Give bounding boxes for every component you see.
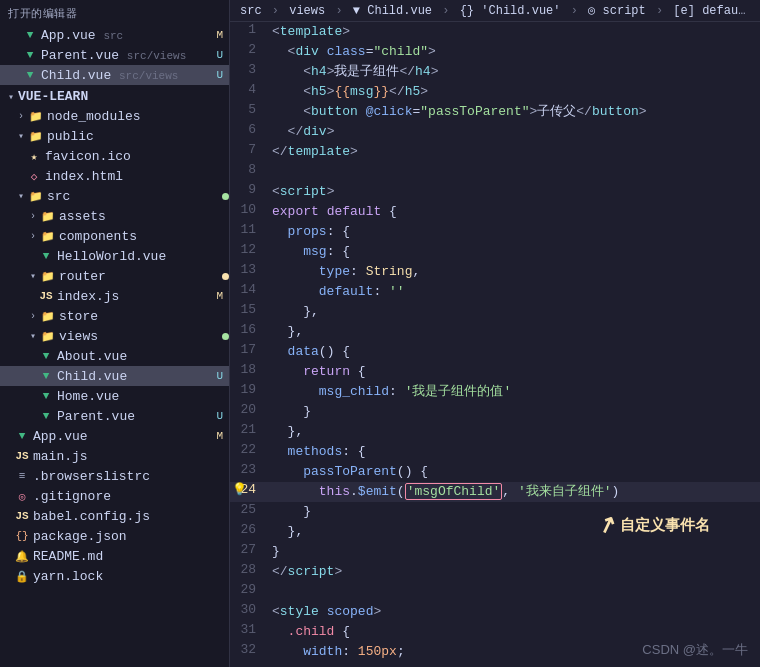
file-label: Parent.vue src/views [41,48,216,63]
file-label: index.html [45,169,229,184]
tree-readme[interactable]: 🔔 README.md [0,546,229,566]
folder-label: public [47,129,229,144]
chevron-icon: ▾ [4,91,18,103]
line-number: 2 [230,42,268,57]
file-label: .browserslistrc [33,469,229,484]
tree-router[interactable]: ▾ 📁 router [0,266,229,286]
dot-indicator [222,333,229,340]
line-number: 30 [230,602,268,617]
badge-M: M [216,430,223,442]
line-number: 22 [230,442,268,457]
project-section: ▾ VUE-LEARN › 📁 node_modules ▾ 📁 public … [0,87,229,586]
chevron-icon: ▾ [14,130,28,142]
line-content: <script> [268,182,760,202]
tree-index-html[interactable]: ◇ index.html [0,166,229,186]
file-label: index.js [57,289,216,304]
line-number: 10 [230,202,268,217]
chevron-icon: ▾ [26,270,40,282]
tree-store[interactable]: › 📁 store [0,306,229,326]
vue-icon: ▼ [38,348,54,364]
vue-icon: ▼ [38,388,54,404]
breadcrumb-part: ▼ Child.vue [353,4,432,18]
folder-label: router [59,269,218,284]
file-label: favicon.ico [45,149,229,164]
tree-public[interactable]: ▾ 📁 public [0,126,229,146]
line-content: <h5>{{msg}}</h5> [268,82,760,102]
folder-icon: 📁 [40,308,56,324]
tree-components[interactable]: › 📁 components [0,226,229,246]
tree-views[interactable]: ▾ 📁 views [0,326,229,346]
line-number: 29 [230,582,268,597]
line-number: 6 [230,122,268,137]
tree-node-modules[interactable]: › 📁 node_modules [0,106,229,126]
code-line-23: 23 passToParent() { [230,462,760,482]
lightbulb-icon[interactable]: 💡 [232,482,247,497]
line-number: 7 [230,142,268,157]
file-label: HelloWorld.vue [57,249,229,264]
code-line-8: 8 [230,162,760,182]
open-editor-App-vue[interactable]: ▼ App.vue src M [0,25,229,45]
tree-home-vue[interactable]: ▼ Home.vue [0,386,229,406]
code-line-14: 14 default: '' [230,282,760,302]
tree-child-vue[interactable]: ▼ Child.vue U [0,366,229,386]
line-content: default: '' [268,282,760,302]
js-icon: JS [14,448,30,464]
folder-label: store [59,309,229,324]
tree-router-index[interactable]: JS index.js M [0,286,229,306]
line-number: 13 [230,262,268,277]
folder-icon: 📁 [40,268,56,284]
line-content: <div class="child"> [268,42,760,62]
line-number: 3 [230,62,268,77]
line-content: </template> [268,142,760,162]
open-editor-Child-vue[interactable]: ▼ Child.vue src/views U [0,65,229,85]
tree-yarn-lock[interactable]: 🔒 yarn.lock [0,566,229,586]
code-line-7: 7 </template> [230,142,760,162]
tree-main-js[interactable]: JS main.js [0,446,229,466]
tree-about-vue[interactable]: ▼ About.vue [0,346,229,366]
line-content: export default { [268,202,760,222]
file-label: App.vue [33,429,216,444]
tree-gitignore[interactable]: ◎ .gitignore [0,486,229,506]
tree-app-vue-main[interactable]: ▼ App.vue M [0,426,229,446]
code-line-28: 28 </script> [230,562,760,582]
folder-icon: 📁 [40,328,56,344]
vue-icon: ▼ [38,248,54,264]
code-line-2: 2 <div class="child"> [230,42,760,62]
folder-icon: 📁 [40,228,56,244]
project-root[interactable]: ▾ VUE-LEARN [0,87,229,106]
tree-assets[interactable]: › 📁 assets [0,206,229,226]
code-line-9: 9 <script> [230,182,760,202]
tree-package-json[interactable]: {} package.json [0,526,229,546]
file-label: App.vue src [41,28,216,43]
tree-src[interactable]: ▾ 📁 src [0,186,229,206]
dot-indicator-yellow [222,273,229,280]
vue-icon: ▼ [22,27,38,43]
open-editor-Parent-vue[interactable]: ▼ Parent.vue src/views U [0,45,229,65]
code-container[interactable]: 1 <template> 2 <div class="child"> 3 <h4… [230,22,760,667]
line-content: } [268,542,760,562]
code-line-31: 31 .child { [230,622,760,642]
tree-favicon[interactable]: ★ favicon.ico [0,146,229,166]
line-number: 4 [230,82,268,97]
js-icon: JS [14,508,30,524]
tree-parent-vue[interactable]: ▼ Parent.vue U [0,406,229,426]
chevron-icon: › [26,211,40,222]
sidebar: 打开的编辑器 ▼ App.vue src M ▼ Parent.vue src/… [0,0,230,667]
vue-icon: ▼ [22,47,38,63]
tree-babel-config[interactable]: JS babel.config.js [0,506,229,526]
tree-helloworld[interactable]: ▼ HelloWorld.vue [0,246,229,266]
code-line-18: 18 return { [230,362,760,382]
line-content: methods: { [268,442,760,462]
doc-icon: 🔔 [14,548,30,564]
line-content: .child { [268,622,760,642]
line-number: 28 [230,562,268,577]
file-label: README.md [33,549,229,564]
code-line-12: 12 msg: { [230,242,760,262]
badge-U: U [216,370,223,382]
folder-label: src [47,189,218,204]
chevron-icon: › [26,311,40,322]
line-content: type: String, [268,262,760,282]
breadcrumb: src › views › ▼ Child.vue › {} 'Child.vu… [230,0,760,22]
tree-browserslistrc[interactable]: ≡ .browserslistrc [0,466,229,486]
code-line-27: 27 } [230,542,760,562]
